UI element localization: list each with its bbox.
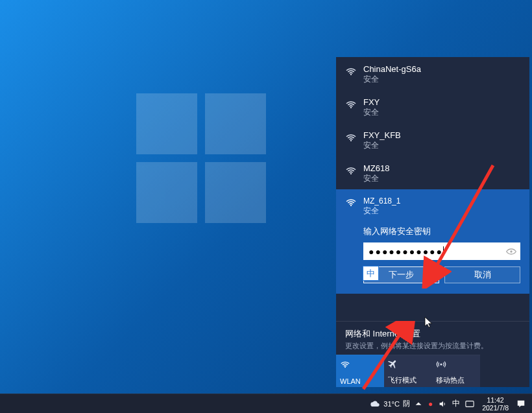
network-security: 安全 [363,75,421,84]
password-input[interactable]: ●●●●●●●●●●● [363,242,520,260]
ime-input-icon[interactable] [465,399,474,408]
network-name: FXY [363,97,380,108]
airplane-mode-tile[interactable]: 飞行模式 [384,355,432,387]
network-name: FXY_KFB [363,130,401,141]
svg-point-0 [510,250,512,252]
tile-label: 飞行模式 [388,375,428,385]
wlan-tile[interactable]: WLAN [336,355,384,387]
network-security: 安全 [363,108,380,117]
password-value: ●●●●●●●●●●● [369,246,443,257]
network-security: 安全 [363,174,389,183]
volume-icon[interactable] [438,399,447,408]
settings-subtitle: 更改设置，例如将某连接设置为按流量计费。 [345,341,520,351]
reveal-password-icon[interactable] [506,248,516,255]
wifi-icon [345,165,357,176]
network-name: MZ618 [363,163,389,174]
text-caret [443,246,444,256]
taskbar-clock[interactable]: 11:42 2021/7/8 [478,395,513,413]
network-item[interactable]: MZ618 安全 [336,156,529,189]
network-list: ChinaNet-gS6a 安全 FXY 安全 FXY_KFB 安全 [336,57,529,321]
network-name: MZ_618_1 [363,196,400,206]
wifi-icon [345,196,357,208]
weather-text: 阴 [403,399,410,408]
action-center-icon[interactable] [513,399,529,408]
network-security: 安全 [363,141,401,150]
cancel-button-label: 取消 [474,269,491,281]
wifi-icon [345,65,357,77]
windows-logo [136,93,266,223]
network-security: 安全 [363,206,400,217]
network-name: ChinaNet-gS6a [363,64,421,75]
taskbar: 31°C 阴 ● 中 11:42 2021/7/8 [0,394,532,413]
wifi-icon [345,99,357,110]
hotspot-tile[interactable]: 移动热点 [432,355,480,387]
cursor-icon [424,316,435,329]
svg-point-1 [441,364,442,365]
next-button-label: 下一步 [389,269,414,281]
network-flyout: ChinaNet-gS6a 安全 FXY 安全 FXY_KFB 安全 [336,57,529,387]
clock-date: 2021/7/8 [482,404,509,412]
wifi-icon [340,359,380,370]
network-item-selected: MZ_618_1 安全 输入网络安全密钥 ●●●●●●●●●●● 中 下一步 取… [336,189,529,294]
clock-time: 11:42 [482,396,509,404]
tile-label: WLAN [340,377,380,385]
chevron-up-icon[interactable] [414,399,423,408]
hotspot-icon [436,359,476,370]
airplane-icon [388,359,428,370]
network-item[interactable]: ChinaNet-gS6a 安全 [336,57,529,90]
svg-rect-2 [466,401,474,407]
cloud-icon [370,400,380,408]
quick-action-tiles: WLAN 飞行模式 移动热点 [336,355,529,387]
network-item[interactable]: FXY_KFB 安全 [336,123,529,156]
ime-indicator[interactable]: 中 [363,266,379,281]
weather-widget[interactable]: 31°C 阴 [370,399,410,408]
recording-icon[interactable]: ● [428,399,433,408]
ime-lang[interactable]: 中 [452,398,460,409]
weather-temp: 31°C [383,400,400,408]
tile-label: 移动热点 [436,375,476,385]
network-item[interactable]: FXY 安全 [336,90,529,123]
system-tray: ● 中 [414,398,478,409]
password-prompt: 输入网络安全密钥 [363,226,520,237]
wifi-icon [345,132,357,143]
settings-title: 网络和 Internet 设置 [345,328,520,340]
cancel-button[interactable]: 取消 [444,266,520,283]
